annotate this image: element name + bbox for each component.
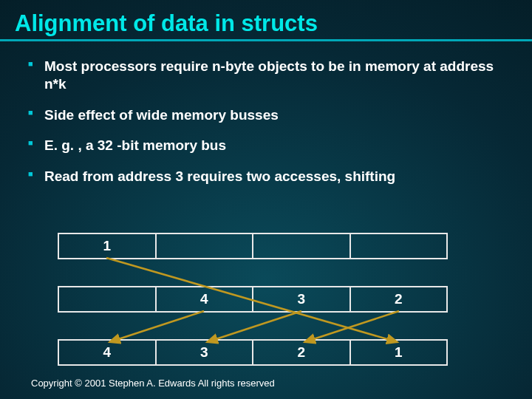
bullet-list: Most processors require n-byte objects t… bbox=[0, 41, 532, 199]
bullet-item: Side effect of wide memory busses bbox=[28, 106, 504, 137]
bullet-item: E. g. , a 32 -bit memory bus bbox=[28, 137, 504, 168]
arrow-2 bbox=[304, 311, 399, 342]
slide-title: Alignment of data in structs bbox=[0, 0, 532, 39]
arrows-svg bbox=[58, 233, 448, 395]
bullet-item: Read from address 3 requires two accesse… bbox=[28, 168, 504, 199]
arrow-4 bbox=[109, 311, 204, 342]
copyright-footer: Copyright © 2001 Stephen A. Edwards All … bbox=[31, 378, 275, 389]
arrow-3 bbox=[207, 311, 301, 342]
bullet-item: Most processors require n-byte objects t… bbox=[28, 58, 504, 106]
memory-diagram: 1 4 3 2 4 3 2 1 bbox=[58, 233, 448, 392]
